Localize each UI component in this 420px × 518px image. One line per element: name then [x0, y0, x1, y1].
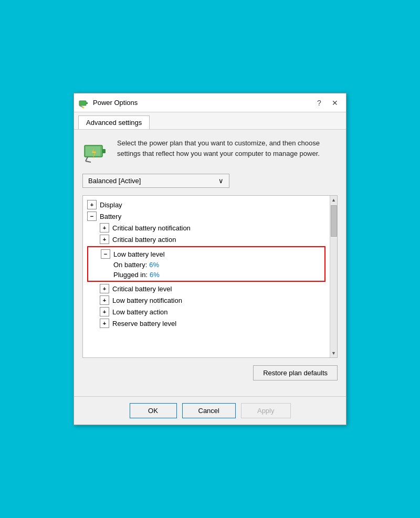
tree-item-critical-action[interactable]: + Critical battery action [87, 234, 326, 245]
expander-critical-level[interactable]: + [100, 284, 109, 293]
restore-plan-defaults-button[interactable]: Restore plan defaults [253, 365, 338, 380]
tree-label-battery: Battery [100, 213, 121, 220]
plan-dropdown-row: Balanced [Active] ∨ [82, 174, 338, 188]
scroll-thumb[interactable] [331, 205, 337, 237]
expander-critical-notif[interactable]: + [100, 223, 109, 232]
expander-low-notif[interactable]: + [100, 295, 109, 305]
tree-label-critical-notif: Critical battery notification [112, 224, 191, 232]
help-button[interactable]: ? [312, 97, 326, 109]
expander-critical-action[interactable]: + [100, 235, 109, 244]
title-bar-controls: ? ✕ [312, 97, 342, 109]
expander-low-level[interactable]: − [101, 249, 110, 259]
ok-button[interactable]: OK [130, 403, 177, 418]
tab-advanced-settings[interactable]: Advanced settings [78, 115, 150, 129]
tree-label-reserve-level: Reserve battery level [112, 320, 176, 327]
restore-row: Restore plan defaults [82, 365, 338, 380]
tab-bar: Advanced settings [74, 112, 346, 130]
power-options-window: Power Options ? ✕ Advanced settings [74, 93, 346, 425]
window-title: Power Options [93, 99, 312, 107]
tree-label-critical-level: Critical battery level [112, 285, 172, 293]
tree-item-critical-notif[interactable]: + Critical battery notification [87, 222, 326, 234]
svg-line-8 [86, 161, 91, 162]
battery-icon [82, 138, 110, 165]
svg-point-3 [83, 107, 85, 108]
cancel-button[interactable]: Cancel [182, 403, 236, 418]
expander-low-action[interactable]: + [100, 307, 109, 316]
tree-label-on-battery: On battery: [113, 261, 147, 269]
tree-label-critical-action: Critical battery action [112, 236, 176, 244]
tree-label-low-level: Low battery level [113, 250, 165, 258]
tree-item-battery[interactable]: − Battery [87, 210, 326, 222]
plugged-in-value[interactable]: 6% [150, 271, 160, 279]
svg-line-7 [86, 157, 88, 161]
tree-content: + Display − Battery + Critical battery n… [83, 196, 330, 357]
tree-item-on-battery[interactable]: On battery: 6% [88, 260, 324, 270]
tree-label-low-action: Low battery action [112, 308, 168, 316]
expander-battery[interactable]: − [87, 212, 97, 221]
highlighted-low-battery-group: − Low battery level On battery: 6% Plugg… [87, 246, 326, 282]
tree-item-critical-level[interactable]: + Critical battery level [87, 283, 326, 294]
expander-display[interactable]: + [87, 200, 97, 209]
title-bar: Power Options ? ✕ [74, 93, 346, 112]
svg-rect-0 [79, 101, 86, 105]
tree-item-plugged-in[interactable]: Plugged in: 6% [88, 270, 324, 280]
tree-scrollbar[interactable]: ▲ ▼ [330, 196, 337, 357]
scroll-down-arrow[interactable]: ▼ [330, 349, 338, 357]
intro-section: Select the power plan that you want to c… [82, 138, 338, 165]
svg-rect-5 [102, 149, 106, 153]
tree-label-low-notif: Low battery notification [112, 297, 182, 304]
tree-item-reserve-level[interactable]: + Reserve battery level [87, 318, 326, 329]
tree-item-low-level[interactable]: − Low battery level [88, 248, 324, 260]
window-icon [78, 97, 90, 109]
plan-dropdown-value: Balanced [Active] [88, 177, 141, 185]
scroll-up-arrow[interactable]: ▲ [330, 196, 338, 204]
intro-text: Select the power plan that you want to c… [117, 138, 338, 158]
tree-label-display: Display [100, 201, 122, 209]
expander-reserve-level[interactable]: + [100, 319, 109, 328]
content-area: Select the power plan that you want to c… [74, 130, 346, 396]
tree-item-low-notif[interactable]: + Low battery notification [87, 294, 326, 306]
close-button[interactable]: ✕ [328, 97, 342, 109]
chevron-down-icon: ∨ [218, 177, 224, 185]
apply-button[interactable]: Apply [241, 403, 291, 418]
tree-item-low-action[interactable]: + Low battery action [87, 306, 326, 318]
tree-panel: + Display − Battery + Critical battery n… [82, 195, 338, 358]
svg-rect-1 [86, 102, 88, 104]
plan-dropdown[interactable]: Balanced [Active] ∨ [82, 174, 229, 188]
tree-label-plugged-in: Plugged in: [113, 271, 148, 279]
on-battery-value[interactable]: 6% [149, 261, 159, 269]
tree-item-display[interactable]: + Display [87, 199, 326, 210]
footer-buttons: OK Cancel Apply [74, 396, 346, 425]
